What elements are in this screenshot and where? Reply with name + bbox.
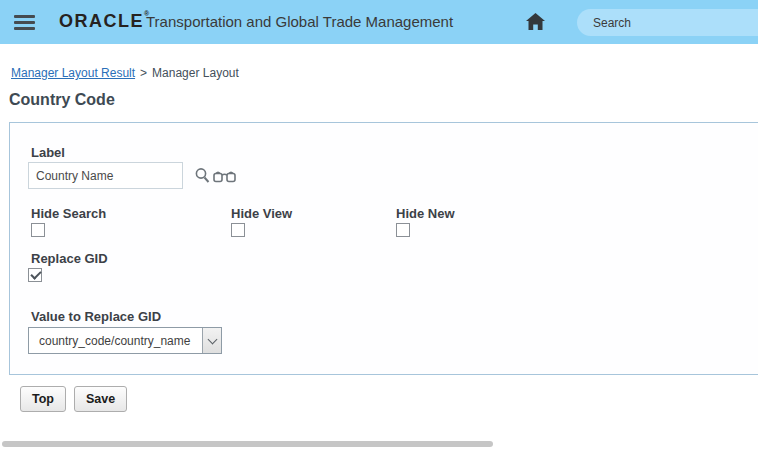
hide-new-checkbox[interactable] [396, 223, 410, 237]
page-title: Country Code [9, 91, 115, 109]
chevron-down-icon[interactable] [202, 328, 221, 353]
oracle-logo: ORACLE® [59, 11, 149, 32]
label-field-label: Label [31, 145, 65, 160]
breadcrumb-separator: > [140, 66, 147, 80]
oracle-logo-text: ORACLE [59, 11, 144, 31]
home-icon[interactable] [525, 12, 546, 32]
replace-gid-label: Replace GID [31, 251, 108, 266]
app-title: Transportation and Global Trade Manageme… [146, 13, 453, 30]
binoculars-icon[interactable] [213, 170, 236, 183]
label-input[interactable] [28, 162, 183, 189]
breadcrumb-link-manager-layout-result[interactable]: Manager Layout Result [11, 66, 135, 80]
search-icon[interactable] [194, 167, 211, 184]
action-button-row: Top Save [20, 386, 127, 412]
save-button[interactable]: Save [74, 386, 127, 412]
app-window: ORACLE® Transportation and Global Trade … [0, 0, 758, 450]
hide-view-checkbox[interactable] [231, 223, 245, 237]
value-to-replace-gid-label: Value to Replace GID [31, 309, 161, 324]
hide-new-label: Hide New [396, 206, 455, 221]
form-panel: Label Hide Search Hide View Hide New Rep… [9, 122, 758, 375]
header-bar: ORACLE® Transportation and Global Trade … [0, 0, 758, 44]
breadcrumb: Manager Layout Result>Manager Layout [11, 66, 239, 80]
hide-search-checkbox[interactable] [31, 223, 45, 237]
hide-search-label: Hide Search [31, 206, 106, 221]
hamburger-menu-icon[interactable] [14, 15, 35, 30]
replace-gid-checkbox[interactable] [28, 268, 42, 282]
value-to-replace-gid-select[interactable]: country_code/country_name [28, 327, 222, 354]
horizontal-scrollbar[interactable] [2, 441, 493, 447]
select-selected-value: country_code/country_name [29, 334, 202, 348]
breadcrumb-current: Manager Layout [152, 66, 239, 80]
top-button[interactable]: Top [20, 386, 66, 412]
search-input[interactable] [577, 9, 758, 36]
hide-view-label: Hide View [231, 206, 292, 221]
